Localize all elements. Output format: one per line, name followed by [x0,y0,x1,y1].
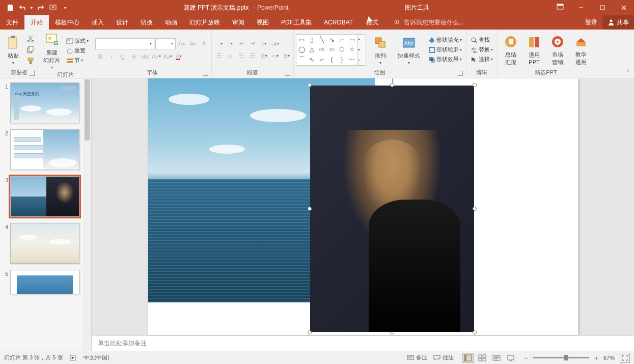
general-ppt-button[interactable]: 通用 PPT [523,33,545,66]
resize-handle-nw[interactable] [308,83,312,87]
close-button[interactable] [614,0,634,15]
slide-thumb-4[interactable]: 4 [2,223,89,264]
ribbon-display-options-icon[interactable] [557,4,565,12]
char-spacing-icon[interactable]: AV▾ [151,51,161,62]
copy-icon[interactable] [25,45,36,55]
change-case-icon[interactable]: Aa▾ [162,51,173,62]
dialog-launcher-icon[interactable] [203,71,208,76]
resize-handle-s[interactable] [390,330,394,334]
tab-file[interactable]: 文件 [0,15,24,30]
resize-handle-sw[interactable] [308,330,312,334]
tab-slideshow[interactable]: 幻灯片放映 [183,15,226,30]
tab-view[interactable]: 视图 [251,15,275,30]
language-indicator[interactable]: 中文(中国) [84,354,109,361]
tab-format[interactable]: 格式 [359,15,385,30]
tab-home[interactable]: 开始 [24,15,49,30]
marketing-button[interactable]: 市场 营销 [546,33,569,67]
decrease-indent-icon[interactable]: ⇤ [236,39,246,49]
font-name-combo[interactable]: ▾ [95,38,154,49]
resize-handle-n[interactable] [390,83,394,87]
tab-template-center[interactable]: 模板中心 [49,15,86,30]
save-icon[interactable] [6,4,14,12]
bullets-icon[interactable]: ≣▾ [214,39,224,49]
line-spacing-icon[interactable]: ‡▾ [259,39,269,49]
minimize-button[interactable] [571,0,591,15]
justify-icon[interactable]: ☰ [247,51,258,61]
bold-icon[interactable]: B [95,51,105,62]
align-text-icon[interactable]: ▭▾ [270,51,280,61]
gallery-more-icon[interactable]: ▿ [358,58,366,63]
slide-thumbnails-pane[interactable]: 1 Sky 天空系列 2 ········· 3 4 5 [0,78,92,351]
increase-indent-icon[interactable]: ⇥ [247,39,258,49]
dialog-launcher-icon[interactable] [30,71,35,76]
reset-button[interactable]: 重置 [64,46,91,55]
tab-insert[interactable]: 插入 [86,15,110,30]
increase-font-icon[interactable]: A▴ [177,39,187,49]
slide-thumb-1[interactable]: 1 Sky 天空系列 [2,82,89,123]
zoom-out-icon[interactable]: − [524,354,528,362]
comments-toggle[interactable]: 批注 [433,354,454,361]
font-color-icon[interactable]: A▾ [174,51,184,62]
slide-canvas[interactable] [148,78,578,335]
notes-pane[interactable]: 单击此处添加备注 [92,335,634,351]
columns-icon[interactable]: ▥▾ [259,51,269,61]
section-button[interactable]: 节▾ [64,56,91,65]
numbering-icon[interactable]: ≡▾ [225,39,235,49]
tab-animation[interactable]: 动画 [159,15,183,30]
strikethrough-icon[interactable]: S [129,51,139,62]
undo-icon[interactable] [18,4,26,12]
clear-formatting-icon[interactable]: A̷ [199,39,209,49]
resize-handle-ne[interactable] [473,83,477,87]
format-painter-icon[interactable] [25,56,36,66]
align-center-icon[interactable]: ≡ [225,51,235,61]
normal-view-icon[interactable] [462,353,474,363]
replace-button[interactable]: abac替换▾ [468,45,495,54]
new-slide-button[interactable]: 新建 幻灯片 ▾ [40,31,63,71]
text-shadow-icon[interactable]: abc [140,51,150,62]
reading-view-icon[interactable] [490,353,503,363]
fit-to-window-icon[interactable] [620,353,630,363]
layout-button[interactable]: 版式▾ [64,37,91,45]
smartart-icon[interactable]: ⊞▾ [281,51,291,61]
quick-styles-button[interactable]: Abc 快速样式▾ [395,34,423,66]
gallery-down-icon[interactable]: ▾ [358,47,366,52]
zoom-in-icon[interactable]: + [594,354,598,362]
undo-dropdown-icon[interactable]: ▾ [31,6,33,10]
share-button[interactable]: 共享 [602,15,634,30]
paste-button[interactable]: 粘贴 ▾ [2,34,24,66]
shape-effects-button[interactable]: 形状效果▾ [426,55,464,64]
start-slideshow-icon[interactable] [49,4,57,12]
tab-pdf-tools[interactable]: PDF工具集 [275,15,318,30]
slide-canvas-container[interactable] [92,78,634,335]
redo-icon[interactable] [37,4,45,12]
shape-fill-button[interactable]: 形状填充▾ [426,36,464,44]
italic-icon[interactable]: I [106,51,117,62]
slide-thumb-5[interactable]: 5 [2,270,89,294]
collapse-ribbon-icon[interactable]: ˄ [624,69,632,77]
zoom-percent[interactable]: 67% [603,355,615,361]
font-size-combo[interactable]: ▾ [155,38,176,49]
resize-handle-w[interactable] [308,207,312,211]
summary-report-button[interactable]: 总结 汇报 [500,33,522,67]
slideshow-view-icon[interactable] [505,353,517,363]
tab-transition[interactable]: 切换 [134,15,159,30]
underline-icon[interactable]: U [118,51,128,62]
select-button[interactable]: 选择▾ [468,55,495,64]
shape-gallery[interactable]: ▭▯╲↘⌐▭ ◯△⇨⇦⬡☆ ⌒∿⌐{}⋯ [296,34,358,66]
arrange-button[interactable]: 排列▾ [369,34,392,66]
align-right-icon[interactable]: ☰ [236,51,246,61]
gallery-up-icon[interactable]: ▴ [358,37,366,41]
decrease-font-icon[interactable]: A▾ [188,39,198,49]
thumbnail-scrollbar[interactable] [83,78,91,351]
login-button[interactable]: 登录 [580,15,602,30]
align-left-icon[interactable]: ☰ [214,51,224,61]
slide-thumb-3[interactable]: 3 [2,176,89,217]
teaching-button[interactable]: 教学 通用 [570,33,592,67]
tab-design[interactable]: 设计 [110,15,134,30]
tab-review[interactable]: 审阅 [226,15,251,30]
find-button[interactable]: 查找 [468,36,495,44]
dialog-launcher-icon[interactable] [458,71,463,76]
dialog-launcher-icon[interactable] [285,71,290,76]
tab-acrobat[interactable]: ACROBAT [318,15,359,30]
resize-handle-se[interactable] [473,330,477,334]
